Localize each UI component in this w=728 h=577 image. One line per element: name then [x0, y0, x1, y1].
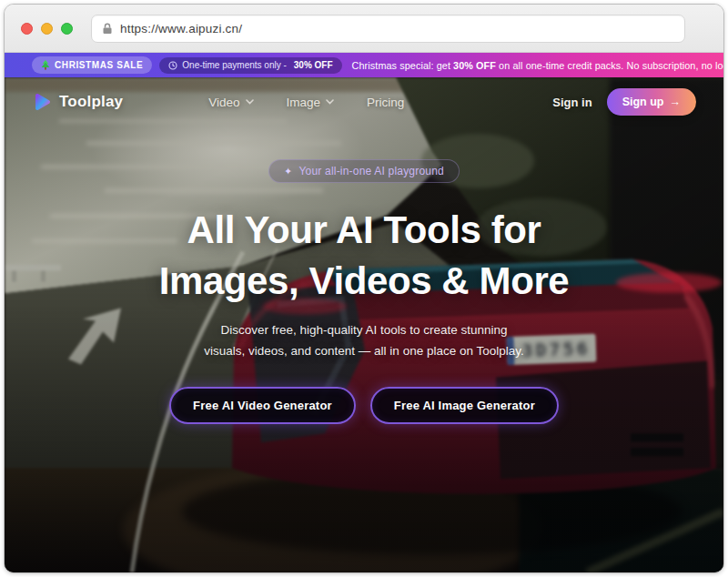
- zoom-window-button[interactable]: [61, 23, 73, 35]
- payments-label: One-time payments only -: [182, 61, 287, 70]
- free-ai-image-generator-button[interactable]: Free AI Image Generator: [370, 387, 559, 424]
- browser-window: https://www.aipuzi.cn/ CHRISTMAS SALE On…: [4, 4, 724, 573]
- hero-description: Discover free, high-quality AI tools to …: [5, 319, 723, 362]
- sale-badge-label: CHRISTMAS SALE: [55, 61, 143, 70]
- sparkle-icon: ✦: [284, 166, 292, 177]
- lock-icon: [102, 23, 113, 35]
- brand[interactable]: Toolplay: [32, 92, 123, 112]
- window-controls: [21, 23, 73, 35]
- hero-tagline-badge: ✦ Your all-in-one AI playground: [268, 159, 460, 183]
- clock-icon: [168, 61, 177, 70]
- nav-actions: Sign in Sign up →: [552, 88, 696, 116]
- nav-links: Video Image Pricing: [208, 96, 404, 109]
- nav-item-image[interactable]: Image: [287, 96, 335, 109]
- sign-up-button[interactable]: Sign up →: [607, 88, 696, 116]
- address-bar[interactable]: https://www.aipuzi.cn/: [91, 15, 685, 43]
- hero-copy: ✦ Your all-in-one AI playground All Your…: [5, 159, 723, 424]
- arrow-right-icon: →: [670, 96, 682, 108]
- nav-item-video[interactable]: Video: [208, 96, 253, 109]
- free-ai-video-generator-button[interactable]: Free AI Video Generator: [169, 387, 356, 424]
- chevron-down-icon: [246, 99, 254, 105]
- toolplay-logo-icon: [32, 92, 52, 112]
- browser-chrome: https://www.aipuzi.cn/: [5, 5, 723, 53]
- url-text: https://www.aipuzi.cn/: [120, 22, 242, 35]
- hero-title-line2: Images, Videos & More: [5, 256, 723, 307]
- payments-pill: One-time payments only - 30% OFF: [159, 57, 341, 74]
- hero-cta-row: Free AI Video Generator Free AI Image Ge…: [5, 387, 723, 424]
- hero-title: All Your AI Tools for Images, Videos & M…: [5, 205, 723, 307]
- sign-in-link[interactable]: Sign in: [552, 96, 592, 109]
- christmas-sale-badge: CHRISTMAS SALE: [32, 56, 152, 74]
- hero-tagline-text: Your all-in-one AI playground: [298, 165, 443, 177]
- top-navigation: Toolplay Video Image Pricing: [5, 77, 723, 127]
- promo-banner: CHRISTMAS SALE One-time payments only - …: [5, 53, 723, 77]
- brand-name: Toolplay: [59, 93, 123, 111]
- promo-message: Christmas special: get 30% OFF on all on…: [352, 60, 724, 71]
- nav-item-pricing[interactable]: Pricing: [367, 96, 404, 109]
- hero-section: 3D756 Toolplay Video: [5, 77, 723, 572]
- payments-discount: 30% OFF: [294, 61, 333, 70]
- christmas-tree-icon: [41, 60, 50, 70]
- chevron-down-icon: [326, 99, 334, 105]
- minimize-window-button[interactable]: [41, 23, 53, 35]
- hero-title-line1: All Your AI Tools for: [5, 205, 723, 256]
- close-window-button[interactable]: [21, 23, 33, 35]
